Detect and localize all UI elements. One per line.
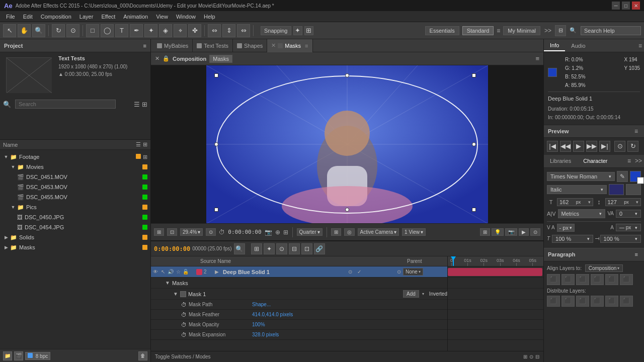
font-swatch-2[interactable] — [626, 184, 641, 195]
close-button[interactable]: ✕ — [632, 2, 640, 10]
tl-solo-icon[interactable]: ☆ — [175, 268, 182, 276]
tree-folder-pics[interactable]: ▼ 📁 Pics — [7, 202, 150, 212]
tl-mask-inverted[interactable]: Inverted — [429, 291, 447, 297]
comp-views-dropdown[interactable]: 1 View ▾ — [402, 228, 426, 236]
comp-time-icon[interactable]: ⏱ — [219, 229, 225, 236]
font-size-value[interactable]: 162 px ▾ — [557, 198, 593, 206]
tree-folder-movies[interactable]: ▼ 📁 Movies — [7, 162, 150, 172]
tl-maskopacity-stopwatch[interactable]: ⏱ — [181, 322, 187, 328]
tree-file-dsc0453[interactable]: 🎬 DSC_0453.MOV — [14, 182, 150, 192]
timeline-btn2[interactable]: ✦ — [264, 243, 275, 254]
prev-ram-btn[interactable]: ⊙ — [614, 141, 625, 152]
comp-menu-btn[interactable]: ≡ — [535, 55, 539, 62]
mask-handle-left[interactable] — [214, 142, 218, 146]
tl-mask1-color[interactable] — [180, 291, 186, 297]
prev-prev-btn[interactable]: ◀◀ — [560, 141, 571, 152]
comp-3d-btn[interactable]: ⊞ — [480, 228, 490, 236]
comp-cam-icon[interactable]: 📷 — [265, 229, 272, 236]
font-edit-pencil[interactable]: ✎ — [617, 171, 628, 182]
pen-tool[interactable]: ✒ — [130, 24, 143, 37]
line-height-value[interactable]: 127 px ▾ — [605, 198, 641, 206]
comp-flowchart-btn[interactable]: ⊙ — [530, 228, 540, 236]
char-expand-btn[interactable]: ≡ — [625, 155, 633, 166]
comp-preview-btn[interactable]: ▶ — [519, 228, 529, 236]
workspace-standard[interactable]: Standard — [462, 26, 494, 35]
rotate-tool[interactable]: ↻ — [52, 24, 65, 37]
comp-close-btn[interactable]: ✕ — [155, 55, 159, 62]
font-color-secondary[interactable] — [637, 177, 644, 184]
bpc-badge[interactable]: 8 bpc — [25, 352, 50, 360]
status-icon2[interactable]: ⊙ — [529, 354, 533, 359]
timeline-ruler[interactable]: 0 01s 02s 0 — [448, 256, 543, 266]
tl-masks-row[interactable]: ▼ Masks — [151, 278, 447, 289]
align-left-tool[interactable]: ⇔ — [208, 24, 221, 37]
footage-options-icon[interactable]: ⊞ — [143, 154, 147, 160]
tl-layer-color[interactable] — [196, 269, 202, 275]
tl-switch2[interactable]: ✓ — [356, 268, 363, 276]
tl-main-bar[interactable] — [448, 268, 542, 276]
tl-maskpath-stopwatch[interactable]: ⏱ — [181, 302, 187, 308]
tl-maskopacity-value[interactable]: 100% — [252, 322, 265, 327]
comp-resolution-dropdown[interactable]: Quarter ▾ — [297, 228, 323, 236]
tab-masks-close[interactable]: ✕ — [271, 42, 276, 49]
tl-maskpath-value[interactable]: Shape... — [252, 302, 271, 307]
tree-search-icon[interactable]: ⊞ — [143, 141, 147, 148]
mask-handle-bottomright[interactable] — [472, 208, 476, 212]
select-tool[interactable]: ↖ — [3, 24, 16, 37]
delete-icon[interactable]: 🗑 — [138, 351, 147, 360]
mask-handle-bottomleft[interactable] — [214, 208, 218, 212]
rect-mask-tool[interactable]: □ — [86, 24, 99, 37]
snapping-label[interactable]: Snapping — [261, 26, 291, 35]
tree-folder-footage[interactable]: ▼ 📁 Footage ⊞ — [0, 152, 150, 162]
baseline-value[interactable]: — px ▾ — [616, 224, 641, 231]
menu-layer[interactable]: Layer — [75, 13, 98, 21]
menu-file[interactable]: File — [2, 13, 19, 21]
clone-stamp-tool[interactable]: ✦ — [144, 24, 157, 37]
comp-render-btn[interactable]: ⊙ — [206, 228, 216, 236]
tree-file-dsc0451[interactable]: 🎬 DSC_0451.MOV — [14, 172, 150, 182]
comp-mask-visibility-btn[interactable]: ◎ — [344, 228, 355, 236]
dist-top-btn[interactable]: ⬛ — [591, 296, 604, 307]
search-input[interactable] — [581, 26, 641, 35]
tab-info[interactable]: Info — [544, 40, 565, 51]
search-icon[interactable]: 🔍 — [568, 25, 579, 36]
align-top-btn[interactable]: ⬛ — [591, 274, 604, 285]
tl-lock-icon[interactable]: 🔓 — [182, 268, 189, 276]
tl-layer-row[interactable]: 👁 ↖ 🔊 ☆ 🔓 2 ▶ Deep Blue Solid 1 — [151, 266, 447, 278]
font-name-dropdown[interactable]: Times New Roman ▾ — [547, 172, 615, 181]
camera-orbit-tool[interactable]: ⊙ — [66, 24, 79, 37]
timeline-btn5[interactable]: ⊡ — [301, 243, 312, 254]
workspace-my-minimal[interactable]: My Minimal — [503, 26, 540, 35]
font-style-dropdown[interactable]: Italic ▾ — [547, 185, 607, 194]
tl-mask-add-arrow[interactable]: ▾ — [422, 292, 424, 296]
tree-file-dsc0455[interactable]: 🎬 DSC_0455.MOV — [14, 192, 150, 202]
status-icon1[interactable]: ⊞ — [523, 354, 527, 359]
tab-mybabies[interactable]: MyBabies — [153, 39, 193, 52]
comp-zoom-dropdown[interactable]: 29.4% ▾ — [180, 228, 203, 236]
tl-parent-dropdown[interactable]: None ▾ — [403, 268, 423, 276]
project-search-input[interactable] — [15, 100, 116, 109]
tl-mask-add-btn[interactable]: Add — [403, 290, 419, 298]
dist-vcenter-btn[interactable]: ⬛ — [605, 296, 618, 307]
tl-maskfeather-stopwatch[interactable]: ⏱ — [181, 312, 187, 318]
tl-switch1[interactable]: ⊙ — [347, 268, 354, 276]
align-hcenter-btn[interactable]: ⬛ — [561, 274, 575, 285]
tl-expand-icon[interactable]: ▶ — [213, 268, 220, 276]
puppet-tool[interactable]: ✤ — [188, 24, 201, 37]
preview-expand-btn[interactable]: ≡ — [632, 126, 640, 137]
timeline-btn1[interactable]: ⊞ — [251, 243, 262, 254]
tl-mask1-row[interactable]: ▼ Mask 1 Add ▾ Inverted — [151, 289, 447, 300]
scale-h-value[interactable]: 100 % ▾ — [552, 235, 593, 243]
dist-left-btn[interactable]: ⬛ — [547, 296, 560, 307]
menu-window[interactable]: Window — [172, 13, 200, 21]
text-tool[interactable]: T — [115, 24, 128, 37]
workspace-essentials[interactable]: Essentials — [425, 26, 459, 35]
tab-masks-menu[interactable]: ≡ — [305, 43, 308, 49]
mask-handle-bottom[interactable] — [345, 208, 349, 212]
tab-audio[interactable]: Audio — [565, 41, 591, 51]
tab-character[interactable]: Character — [577, 156, 613, 166]
dist-bottom-btn[interactable]: ⬛ — [620, 296, 633, 307]
metrics-dropdown[interactable]: Metrics ▾ — [558, 209, 606, 218]
comp-expand-icon[interactable]: ⊞ — [283, 229, 288, 236]
menu-view[interactable]: View — [152, 13, 172, 21]
